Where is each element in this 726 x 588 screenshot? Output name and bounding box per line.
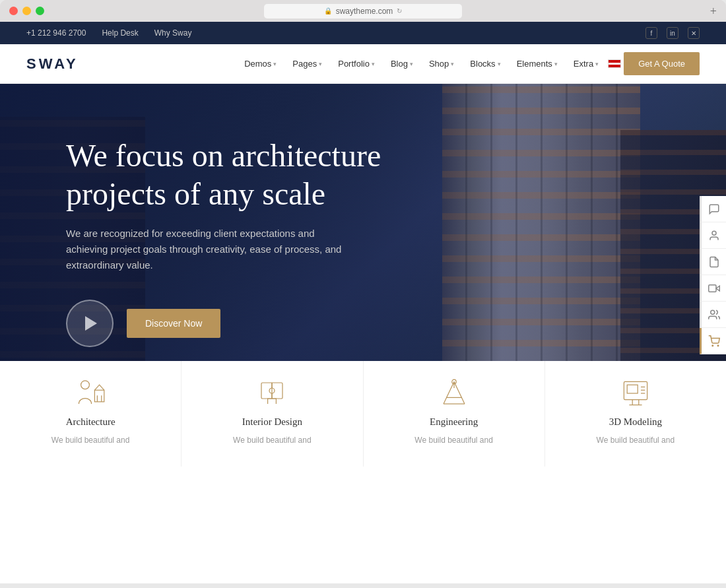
url-bar[interactable]: 🔒 swaytheme.com ↻ — [264, 4, 462, 18]
phone-number: +1 212 946 2700 — [26, 28, 86, 38]
social-icons: f in ✕ — [645, 27, 700, 39]
close-dot[interactable] — [9, 7, 18, 15]
svg-marker-1 — [716, 286, 719, 291]
interior-icon — [255, 377, 288, 410]
nav-extra[interactable]: Extra ▾ — [567, 53, 605, 74]
svg-point-0 — [712, 231, 716, 235]
refresh-icon[interactable]: ↻ — [397, 7, 402, 15]
nav-elements[interactable]: Elements ▾ — [510, 53, 564, 74]
nav-portfolio[interactable]: Portfolio ▾ — [331, 53, 381, 74]
cart-icon[interactable] — [700, 328, 726, 354]
svg-rect-7 — [95, 390, 104, 402]
browser-content: +1 212 946 2700 Help Desk Why Sway f in … — [0, 22, 726, 583]
service-interior[interactable]: Interior Design We build beautiful and — [182, 361, 363, 467]
profile-icon[interactable] — [700, 222, 726, 249]
service-architecture[interactable]: Architecture We build beautiful and — [0, 361, 182, 467]
services-bar: Architecture We build beautiful and Inte… — [0, 361, 726, 467]
svg-rect-24 — [627, 385, 638, 393]
chevron-down-icon: ▾ — [451, 61, 454, 67]
interior-label: Interior Design — [242, 416, 302, 428]
hero-title: We focus on architecture projects of any… — [66, 137, 383, 212]
modeling-desc: We build beautiful and — [597, 434, 675, 446]
chevron-down-icon: ▾ — [410, 61, 413, 67]
architecture-icon — [74, 377, 107, 410]
chevron-down-icon: ▾ — [498, 61, 501, 67]
team-icon[interactable] — [700, 302, 726, 328]
hero-subtitle: We are recognized for exceeding client e… — [66, 226, 356, 273]
linkedin-icon[interactable]: in — [667, 27, 678, 39]
chevron-down-icon: ▾ — [554, 61, 558, 67]
modeling-label: 3D Modeling — [609, 416, 662, 428]
svg-line-17 — [454, 381, 465, 404]
nav-blocks[interactable]: Blocks ▾ — [463, 53, 507, 74]
chat-icon[interactable] — [700, 196, 726, 222]
engineering-label: Engineering — [430, 416, 478, 428]
service-modeling[interactable]: 3D Modeling We build beautiful and — [545, 361, 726, 467]
chevron-down-icon: ▾ — [319, 61, 322, 67]
get-quote-button[interactable]: Get A Quote — [624, 52, 700, 75]
twitter-icon[interactable]: ✕ — [688, 27, 700, 39]
interior-desc: We build beautiful and — [233, 434, 312, 446]
architecture-label: Architecture — [66, 416, 116, 428]
chevron-down-icon: ▾ — [372, 61, 375, 67]
nav-blog[interactable]: Blog ▾ — [384, 53, 420, 74]
minimize-dot[interactable] — [22, 7, 31, 15]
svg-point-3 — [710, 310, 714, 314]
chevron-down-icon: ▾ — [273, 61, 277, 67]
svg-rect-2 — [708, 284, 715, 292]
architecture-desc: We build beautiful and — [51, 434, 130, 446]
engineering-desc: We build beautiful and — [414, 434, 493, 446]
engineering-icon — [438, 377, 471, 410]
hero-actions: Discover Now — [66, 300, 383, 347]
play-button[interactable] — [66, 300, 114, 347]
document-icon[interactable] — [700, 249, 726, 275]
svg-line-16 — [444, 381, 454, 404]
modeling-icon — [619, 377, 652, 410]
chevron-down-icon: ▾ — [595, 61, 599, 67]
browser-dots — [9, 7, 44, 15]
maximize-dot[interactable] — [36, 7, 44, 15]
facebook-icon[interactable]: f — [645, 27, 657, 39]
why-sway-link[interactable]: Why Sway — [154, 28, 192, 38]
right-panel-icons — [700, 196, 726, 354]
hero-section: We focus on architecture projects of any… — [0, 84, 726, 467]
svg-point-6 — [81, 381, 90, 389]
video-icon[interactable] — [700, 275, 726, 302]
top-bar-left: +1 212 946 2700 Help Desk Why Sway — [26, 28, 191, 38]
language-flag[interactable] — [608, 59, 621, 68]
top-bar: +1 212 946 2700 Help Desk Why Sway f in … — [0, 22, 726, 44]
nav-pages[interactable]: Pages ▾ — [286, 53, 329, 74]
url-text: swaytheme.com — [336, 7, 393, 16]
service-engineering[interactable]: Engineering We build beautiful and — [364, 361, 545, 467]
lock-icon: 🔒 — [324, 7, 332, 15]
discover-button[interactable]: Discover Now — [127, 309, 220, 338]
svg-point-4 — [712, 345, 713, 346]
site-logo[interactable]: SWAY — [26, 55, 79, 73]
navbar: SWAY Demos ▾ Pages ▾ Portfolio ▾ Blog ▾ … — [0, 44, 726, 84]
nav-menu: Demos ▾ Pages ▾ Portfolio ▾ Blog ▾ Shop … — [238, 52, 700, 75]
browser-titlebar: 🔒 swaytheme.com ↻ + — [0, 0, 726, 22]
nav-demos[interactable]: Demos ▾ — [238, 53, 283, 74]
play-icon — [85, 316, 97, 331]
new-tab-button[interactable]: + — [710, 5, 717, 17]
svg-point-5 — [717, 345, 719, 346]
nav-shop[interactable]: Shop ▾ — [422, 53, 461, 74]
help-desk-link[interactable]: Help Desk — [102, 28, 138, 38]
browser-window: 🔒 swaytheme.com ↻ + — [0, 0, 726, 22]
hero-content: We focus on architecture projects of any… — [0, 84, 409, 374]
